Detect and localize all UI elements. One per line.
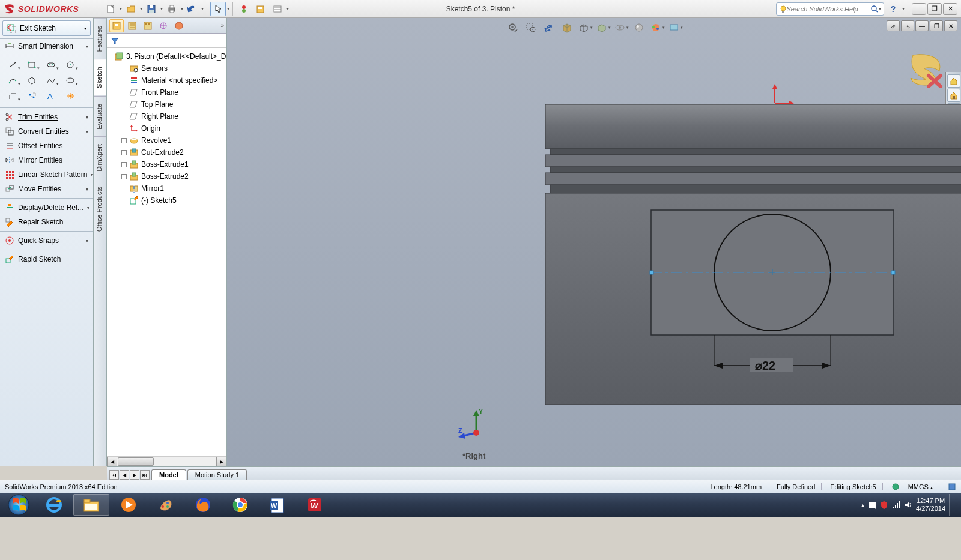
taskpane-library[interactable]: [947, 89, 960, 102]
trim-entities-button[interactable]: Trim Entities▾: [0, 110, 93, 124]
print-button[interactable]: [164, 2, 180, 16]
display-delete-relations-button[interactable]: Display/Delete Rel...▾: [0, 200, 93, 215]
move-entities-button[interactable]: Move Entities▾: [0, 182, 93, 196]
viewport-close-button[interactable]: ✕: [944, 20, 957, 31]
previous-view-button[interactable]: [541, 20, 557, 35]
tab-model[interactable]: Model: [151, 469, 186, 480]
restore-button[interactable]: ❐: [927, 3, 942, 15]
task-explorer[interactable]: [73, 494, 109, 516]
save-button[interactable]: [144, 2, 159, 16]
reference-triad[interactable]: Y Z: [458, 406, 494, 442]
convert-entities-button[interactable]: Convert Entities▾: [0, 124, 93, 139]
tab-nav-next[interactable]: ▶: [130, 470, 139, 480]
line-tool[interactable]: ▾: [4, 58, 22, 72]
tree-revolve1[interactable]: +Revolve1: [108, 134, 225, 146]
new-button[interactable]: [103, 2, 118, 16]
task-chrome[interactable]: [222, 494, 258, 516]
rebuild-button[interactable]: [236, 2, 252, 16]
fm-tab-dimxpert[interactable]: [156, 19, 171, 32]
point-tool[interactable]: [23, 89, 41, 103]
viewport-restore-button[interactable]: ❐: [930, 20, 943, 31]
tree-sensors[interactable]: Sensors: [108, 62, 225, 74]
scroll-thumb[interactable]: [118, 457, 154, 466]
open-button[interactable]: [123, 2, 139, 16]
search-help-box[interactable]: ▾: [776, 2, 884, 16]
tab-evaluate[interactable]: Evaluate: [94, 96, 106, 137]
tray-show-hidden[interactable]: ▴: [861, 502, 864, 508]
tree-root-part[interactable]: 3. Piston (Default<<Default>_D: [108, 50, 225, 62]
task-firefox[interactable]: [185, 494, 221, 516]
tree-origin[interactable]: Origin: [108, 122, 225, 134]
tree-mirror1[interactable]: Mirror1: [108, 182, 225, 194]
view-settings-button[interactable]: ▾: [667, 20, 684, 35]
viewport-link-button[interactable]: ⬀: [887, 20, 900, 31]
arc-tool[interactable]: ▾: [4, 73, 22, 88]
edit-appearance-button[interactable]: [631, 20, 647, 35]
task-word[interactable]: W: [259, 494, 296, 516]
graphics-area[interactable]: ▾ ▾ ▾ ▾ ▾ ⬀ ⬁ — ❐ ✕: [227, 18, 961, 466]
spline-tool[interactable]: ▾: [42, 73, 60, 88]
status-units[interactable]: MMGS ▴: [908, 483, 939, 490]
hide-show-button[interactable]: ▾: [613, 20, 629, 35]
fm-horizontal-scroll[interactable]: ◀ ▶: [107, 456, 226, 466]
tree-front-plane[interactable]: Front Plane: [108, 86, 225, 98]
tray-shield-icon[interactable]: [880, 501, 888, 509]
fm-tab-property[interactable]: [125, 19, 139, 32]
tree-right-plane[interactable]: Right Plane: [108, 110, 225, 122]
tab-features[interactable]: Features: [94, 18, 106, 59]
tab-sketch[interactable]: Sketch: [94, 59, 106, 95]
scroll-left-arrow[interactable]: ◀: [107, 457, 117, 466]
fm-tab-config[interactable]: [141, 19, 155, 32]
slot-tool[interactable]: ▾: [42, 58, 60, 72]
undo-button[interactable]: [184, 2, 200, 16]
tray-network-icon[interactable]: [892, 501, 900, 509]
tree-bossextrude1[interactable]: +Boss-Extrude1: [108, 158, 225, 170]
zoom-fit-button[interactable]: [505, 20, 521, 35]
tab-nav-first[interactable]: ⏮: [109, 470, 119, 480]
tray-action-center-icon[interactable]: [868, 501, 876, 509]
start-button[interactable]: [2, 494, 35, 516]
fm-filter-bar[interactable]: [107, 34, 226, 48]
offset-entities-button[interactable]: Offset Entities: [0, 139, 93, 153]
linear-pattern-button[interactable]: Linear Sketch Pattern▾: [0, 167, 93, 182]
tray-volume-icon[interactable]: [904, 501, 912, 509]
rapid-sketch-button[interactable]: Rapid Sketch: [0, 252, 93, 266]
quick-snaps-button[interactable]: Quick Snaps▾: [0, 233, 93, 248]
apply-scene-button[interactable]: ▾: [649, 20, 665, 35]
help-button[interactable]: ?: [887, 2, 900, 16]
tray-clock[interactable]: 12:47 PM 4/27/2014: [916, 497, 945, 513]
view-orientation-button[interactable]: ▾: [577, 20, 593, 35]
viewport-minimize-button[interactable]: —: [915, 20, 929, 31]
tab-motion-study[interactable]: Motion Study 1: [187, 469, 247, 480]
taskpane-resources[interactable]: [947, 74, 960, 88]
rectangle-tool[interactable]: ▾: [23, 58, 41, 72]
status-custom-icon[interactable]: [948, 483, 956, 491]
tab-nav-prev[interactable]: ◀: [120, 470, 129, 480]
smart-dimension-button[interactable]: Smart Dimension ▾: [0, 39, 93, 55]
tree-sketch5[interactable]: (-) Sketch5: [108, 194, 225, 206]
viewport-link-button2[interactable]: ⬁: [901, 20, 914, 31]
tree-top-plane[interactable]: Top Plane: [108, 98, 225, 110]
tab-dimxpert[interactable]: DimXpert: [94, 136, 106, 179]
circle-tool[interactable]: ▾: [61, 58, 79, 72]
section-view-button[interactable]: [559, 20, 575, 35]
scroll-right-arrow[interactable]: ▶: [216, 457, 226, 466]
zoom-area-button[interactable]: [523, 20, 539, 35]
show-desktop-button[interactable]: [949, 494, 954, 516]
tab-office-products[interactable]: Office Products: [94, 179, 106, 239]
task-ie[interactable]: [36, 494, 72, 516]
exit-sketch-button[interactable]: Exit Sketch ▾: [2, 20, 91, 36]
close-button[interactable]: ✕: [943, 3, 957, 15]
task-paint[interactable]: [148, 494, 184, 516]
fm-tab-display[interactable]: [172, 19, 186, 32]
polygon-tool[interactable]: [23, 73, 41, 88]
task-wmp[interactable]: [111, 494, 147, 516]
fm-tab-feature[interactable]: [109, 19, 124, 32]
repair-sketch-button[interactable]: Repair Sketch: [0, 215, 93, 229]
search-help-input[interactable]: [787, 5, 870, 13]
fillet-tool[interactable]: ▾: [4, 89, 22, 103]
mirror-entities-button[interactable]: Mirror Entities: [0, 153, 93, 167]
display-style-button[interactable]: ▾: [595, 20, 611, 35]
minimize-button[interactable]: —: [912, 3, 926, 15]
options-button-2[interactable]: [270, 2, 285, 16]
